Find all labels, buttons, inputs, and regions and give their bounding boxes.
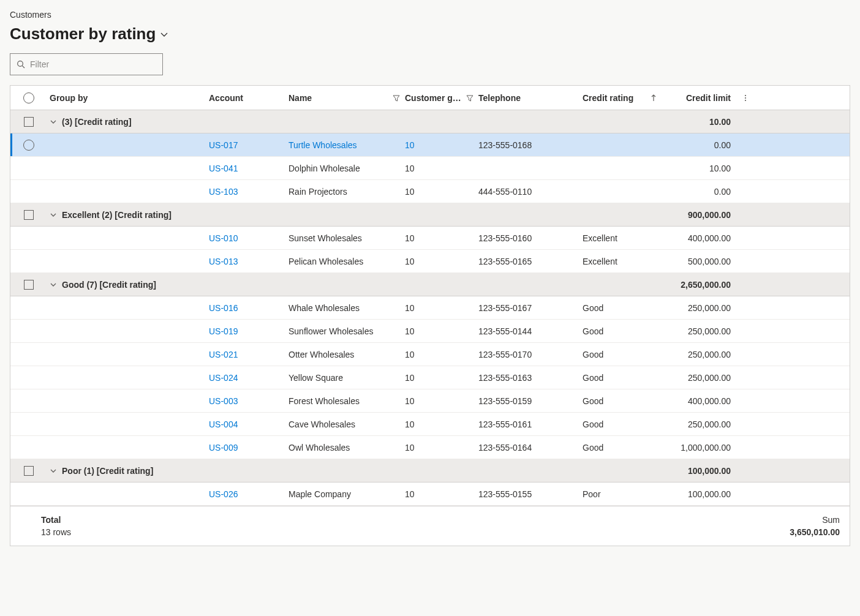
name-cell: Sunset Wholesales — [289, 233, 362, 243]
name-cell: Rain Projectors — [289, 187, 347, 197]
page-title: Customer by rating — [10, 24, 156, 43]
rating-cell: Good — [583, 373, 603, 383]
group-label: (3) [Credit rating] — [62, 117, 132, 127]
sum-label: Sum — [790, 515, 840, 525]
account-link[interactable]: US-010 — [209, 233, 238, 243]
table-row[interactable]: US-026Maple Company10123-555-0155Poor100… — [10, 483, 850, 506]
name-cell: Pelican Wholesales — [289, 257, 363, 266]
group-checkbox[interactable] — [24, 466, 34, 476]
telephone-cell: 123-555-0167 — [478, 303, 532, 313]
table-row[interactable]: US-017Turtle Wholesales10123-555-01680.0… — [10, 133, 850, 157]
group-checkbox[interactable] — [24, 210, 34, 220]
chevron-down-icon[interactable] — [50, 281, 57, 288]
account-link[interactable]: US-021 — [209, 350, 238, 359]
column-header-creditlimit[interactable]: Credit limit — [660, 93, 733, 103]
table-row[interactable]: US-013Pelican Wholesales10123-555-0165Ex… — [10, 250, 850, 273]
search-icon — [17, 60, 25, 69]
table-row[interactable]: US-010Sunset Wholesales10123-555-0160Exc… — [10, 227, 850, 250]
telephone-cell: 123-555-0165 — [478, 257, 532, 266]
chevron-down-icon[interactable] — [50, 211, 57, 219]
more-options-icon[interactable] — [741, 94, 750, 102]
select-all-radio[interactable] — [23, 92, 34, 103]
custgroup-cell: 10 — [405, 373, 415, 383]
telephone-cell: 123-555-0159 — [478, 396, 532, 406]
filter-input-container[interactable] — [10, 53, 163, 75]
account-link[interactable]: US-013 — [209, 257, 238, 266]
group-label: Poor (1) [Credit rating] — [62, 466, 153, 476]
chevron-down-icon[interactable] — [50, 118, 57, 126]
column-header-account[interactable]: Account — [206, 93, 286, 103]
account-link[interactable]: US-024 — [209, 373, 238, 383]
custgroup-cell: 10 — [405, 350, 415, 359]
limit-cell: 400,000.00 — [688, 396, 731, 406]
custgroup-cell: 10 — [405, 187, 415, 197]
table-row[interactable]: US-009Owl Wholesales10123-555-0164Good1,… — [10, 436, 850, 459]
group-header-row[interactable]: (3) [Credit rating]10.00 — [10, 110, 850, 133]
table-row[interactable]: US-021Otter Wholesales10123-555-0170Good… — [10, 343, 850, 366]
group-subtotal: 900,000.00 — [660, 210, 733, 220]
svg-line-1 — [22, 66, 25, 68]
filter-input[interactable] — [30, 59, 156, 69]
name-cell: Otter Wholesales — [289, 350, 354, 359]
telephone-cell: 123-555-0161 — [478, 419, 532, 429]
telephone-cell: 123-555-0168 — [478, 140, 532, 150]
table-row[interactable]: US-024Yellow Square10123-555-0163Good250… — [10, 366, 850, 389]
telephone-cell: 123-555-0164 — [478, 443, 532, 453]
group-label: Excellent (2) [Credit rating] — [62, 210, 172, 220]
svg-point-3 — [745, 97, 746, 98]
account-link[interactable]: US-016 — [209, 303, 238, 313]
table-row[interactable]: US-019Sunflower Wholesales10123-555-0144… — [10, 320, 850, 343]
table-row[interactable]: US-003Forest Wholesales10123-555-0159Goo… — [10, 389, 850, 413]
account-link[interactable]: US-103 — [209, 187, 238, 197]
svg-point-4 — [745, 99, 746, 100]
group-header-row[interactable]: Poor (1) [Credit rating]100,000.00 — [10, 459, 850, 483]
account-link[interactable]: US-019 — [209, 326, 238, 336]
limit-cell: 250,000.00 — [688, 326, 731, 336]
rating-cell: Good — [583, 396, 603, 406]
custgroup-cell[interactable]: 10 — [405, 140, 415, 150]
account-link[interactable]: US-041 — [209, 163, 238, 173]
custgroup-cell: 10 — [405, 233, 415, 243]
name-cell[interactable]: Turtle Wholesales — [289, 140, 357, 150]
table-row[interactable]: US-016Whale Wholesales10123-555-0167Good… — [10, 296, 850, 320]
limit-cell: 1,000,000.00 — [681, 443, 731, 453]
account-link[interactable]: US-017 — [209, 140, 238, 150]
filter-icon[interactable] — [393, 94, 400, 102]
telephone-cell: 123-555-0160 — [478, 233, 532, 243]
column-header-custgroup[interactable]: Customer g… — [402, 93, 476, 103]
rating-cell: Good — [583, 303, 603, 313]
rating-cell: Excellent — [583, 233, 617, 243]
limit-cell: 250,000.00 — [688, 350, 731, 359]
group-header-row[interactable]: Excellent (2) [Credit rating]900,000.00 — [10, 203, 850, 227]
name-cell: Yellow Square — [289, 373, 343, 383]
group-checkbox[interactable] — [24, 117, 34, 127]
row-radio[interactable] — [23, 140, 34, 151]
view-selector-chevron-icon[interactable] — [159, 29, 169, 39]
rating-cell: Good — [583, 350, 603, 359]
filter-icon[interactable] — [466, 94, 473, 102]
rating-cell: Good — [583, 326, 603, 336]
group-header-row[interactable]: Good (7) [Credit rating]2,650,000.00 — [10, 273, 850, 296]
column-header-creditrating[interactable]: Credit rating — [580, 93, 660, 103]
account-link[interactable]: US-003 — [209, 396, 238, 406]
name-cell: Sunflower Wholesales — [289, 326, 374, 336]
column-header-telephone[interactable]: Telephone — [476, 93, 580, 103]
account-link[interactable]: US-009 — [209, 443, 238, 453]
telephone-cell: 123-555-0163 — [478, 373, 532, 383]
sort-asc-icon[interactable] — [650, 94, 657, 102]
limit-cell: 10.00 — [709, 163, 731, 173]
account-link[interactable]: US-026 — [209, 489, 238, 499]
group-checkbox[interactable] — [24, 280, 34, 290]
custgroup-cell: 10 — [405, 443, 415, 453]
custgroup-cell: 10 — [405, 326, 415, 336]
telephone-cell: 444-555-0110 — [478, 187, 532, 197]
account-link[interactable]: US-004 — [209, 419, 238, 429]
table-row[interactable]: US-004Cave Wholesales10123-555-0161Good2… — [10, 413, 850, 436]
telephone-cell: 123-555-0144 — [478, 326, 532, 336]
chevron-down-icon[interactable] — [50, 467, 57, 475]
table-row[interactable]: US-041Dolphin Wholesale1010.00 — [10, 157, 850, 180]
table-row[interactable]: US-103Rain Projectors10444-555-01100.00 — [10, 180, 850, 203]
name-cell: Whale Wholesales — [289, 303, 360, 313]
column-header-groupby[interactable]: Group by — [47, 93, 206, 103]
column-header-name[interactable]: Name — [286, 93, 402, 103]
